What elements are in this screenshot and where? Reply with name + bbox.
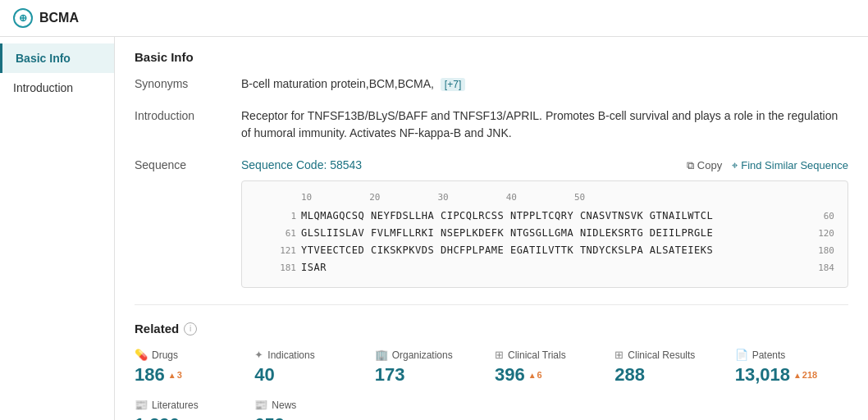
indications-icon: ✦ <box>254 349 263 361</box>
patents-label: Patents <box>752 349 786 361</box>
related-header: Related i <box>135 322 848 336</box>
literatures-value: 1,290 <box>135 414 248 420</box>
drugs-value: 186 ▲3 <box>135 364 248 386</box>
indications-value: 40 <box>254 364 368 386</box>
related-info-icon[interactable]: i <box>184 322 197 336</box>
find-similar-icon: ⌖ <box>732 159 738 172</box>
news-icon: 📰 <box>254 399 267 411</box>
patents-icon: 📄 <box>735 349 748 361</box>
sequence-value: Sequence Code: 58543 ⧉ Copy ⌖ Find Simil… <box>241 157 848 288</box>
page-header: ⊕ BCMA <box>0 0 868 37</box>
introduction-value: Receptor for TNFSF13B/BLyS/BAFF and TNFS… <box>241 107 848 142</box>
news-value: 659 ▲53 <box>254 414 368 420</box>
sequence-row: Sequence Sequence Code: 58543 ⧉ Copy ⌖ F… <box>135 157 848 288</box>
sequence-label: Sequence <box>135 157 241 171</box>
introduction-label: Introduction <box>135 107 241 122</box>
organizations-value: 173 <box>375 364 488 386</box>
literatures-label: Literatures <box>152 399 199 411</box>
organizations-icon: 🏢 <box>375 349 388 361</box>
seq-line-1: 1 MLQMAGQCSQ NEYFDSLLHA CIPCQLRCSS NTPPL… <box>255 208 834 224</box>
stat-card-drugs: 💊 Drugs 186 ▲3 <box>135 349 248 386</box>
clinical-results-value: 288 <box>614 364 728 386</box>
stat-card-literatures: 📰 Literatures 1,290 <box>135 399 248 420</box>
synonyms-row: Synonyms B-cell maturation protein,BCM,B… <box>135 75 848 93</box>
drugs-label: Drugs <box>152 349 178 361</box>
patents-value: 13,018 ▲218 <box>735 364 848 386</box>
stat-card-indications: ✦ Indications 40 <box>254 349 368 386</box>
find-similar-button[interactable]: ⌖ Find Similar Sequence <box>732 159 848 172</box>
sequence-box: 10 20 30 40 50 1 MLQMAGQCSQ NEYFDSLLHA C… <box>241 180 848 288</box>
sidebar: Basic Info Introduction <box>0 37 115 420</box>
divider <box>135 304 848 305</box>
basic-info-section-title: Basic Info <box>135 50 848 64</box>
clinical-results-icon: ⊞ <box>614 349 624 361</box>
patents-trend: ▲218 <box>793 370 817 380</box>
synonyms-value: B-cell maturation protein,BCM,BCMA, [+7] <box>241 75 848 93</box>
stat-card-patents: 📄 Patents 13,018 ▲218 <box>735 349 848 386</box>
clinical-results-label: Clinical Results <box>628 349 695 361</box>
clinical-trials-label: Clinical Trials <box>508 349 566 361</box>
literatures-icon: 📰 <box>135 399 148 411</box>
copy-icon: ⧉ <box>687 159 694 172</box>
sequence-actions: ⧉ Copy ⌖ Find Similar Sequence <box>687 159 848 172</box>
clinical-trials-value: 396 ▲6 <box>495 364 608 386</box>
indications-label: Indications <box>267 349 314 361</box>
main-layout: Basic Info Introduction Basic Info Synon… <box>0 37 868 420</box>
seq-line-3: 121 YTVEECTCED CIKSKPKVDS DHCFPLPAME EGA… <box>255 243 834 258</box>
sequence-ruler: 10 20 30 40 50 <box>255 191 834 205</box>
introduction-row: Introduction Receptor for TNFSF13B/BLyS/… <box>135 107 848 142</box>
synonyms-label: Synonyms <box>135 75 241 90</box>
stat-card-organizations: 🏢 Organizations 173 <box>375 349 488 386</box>
sidebar-item-introduction[interactable]: Introduction <box>0 73 114 103</box>
organizations-label: Organizations <box>392 349 453 361</box>
stat-card-clinical-results: ⊞ Clinical Results 288 <box>614 349 728 386</box>
seq-line-2: 61 GLSLIISLAV FVLMFLLRKI NSEPLKDEFK NTGS… <box>255 226 834 241</box>
main-content: Basic Info Synonyms B-cell maturation pr… <box>115 37 868 420</box>
stat-card-clinical-trials: ⊞ Clinical Trials 396 ▲6 <box>495 349 608 386</box>
clinical-trials-icon: ⊞ <box>495 349 504 361</box>
seq-line-4: 181 ISAR 184 <box>255 260 834 276</box>
related-title: Related <box>135 322 179 336</box>
sidebar-item-basic-info[interactable]: Basic Info <box>0 43 114 73</box>
sequence-code-link[interactable]: Sequence Code: 58543 <box>241 157 362 174</box>
page-title: BCMA <box>39 11 79 25</box>
copy-button[interactable]: ⧉ Copy <box>687 159 722 172</box>
clinical-trials-trend: ▲6 <box>528 370 542 380</box>
synonyms-more-link[interactable]: [+7] <box>441 78 465 91</box>
bcma-icon: ⊕ <box>13 8 33 28</box>
related-stats-grid: 💊 Drugs 186 ▲3 ✦ Indications 40 <box>135 349 848 386</box>
drugs-icon: 💊 <box>135 349 148 361</box>
related-stats-grid-row2: 📰 Literatures 1,290 📰 News 659 ▲53 <box>135 399 848 420</box>
drugs-trend: ▲3 <box>168 370 182 380</box>
news-label: News <box>272 399 296 411</box>
stat-card-news: 📰 News 659 ▲53 <box>254 399 368 420</box>
sequence-header: Sequence Code: 58543 ⧉ Copy ⌖ Find Simil… <box>241 157 848 174</box>
